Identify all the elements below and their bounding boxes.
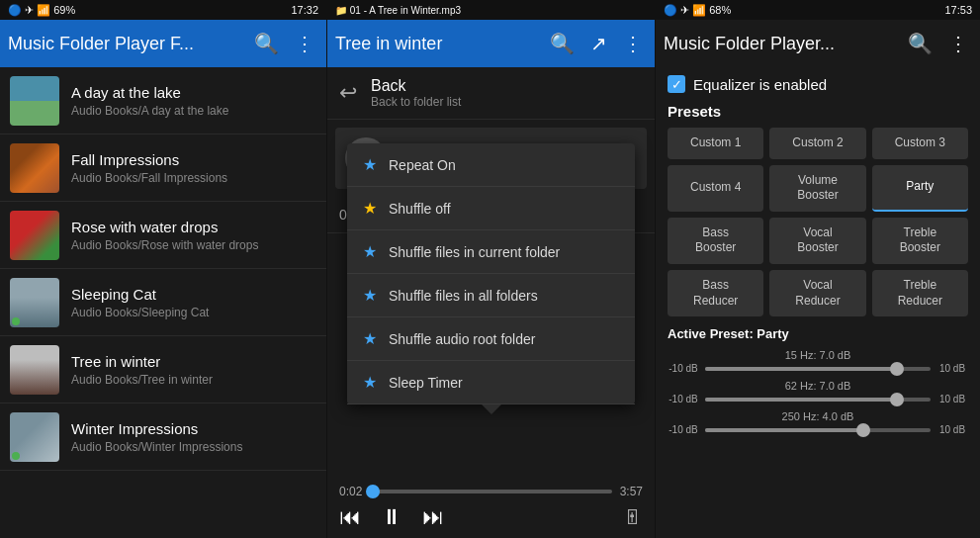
folder-path-tree: Audio Books/Tree in winter: [71, 373, 316, 387]
preset-volume-booster[interactable]: VolumeBooster: [769, 165, 865, 212]
folder-path-lake: Audio Books/A day at the lake: [71, 104, 316, 118]
eq-thumb-15hz: [890, 362, 904, 376]
folder-item-rose[interactable]: Rose with water drops Audio Books/Rose w…: [0, 202, 326, 269]
presets-label: Presets: [668, 103, 968, 120]
panel2-title: Tree in winter: [335, 34, 538, 54]
eq-slider-track-250hz[interactable]: [705, 428, 931, 432]
star-icon-shuffle: ★: [363, 199, 377, 218]
active-preset-text: Active Preset: Party: [668, 326, 968, 341]
preset-custom4[interactable]: Custom 4: [668, 165, 763, 212]
back-arrow-icon: ↩: [339, 80, 357, 106]
folder-name-tree: Tree in winter: [71, 353, 316, 370]
folder-name-winter: Winter Impressions: [71, 420, 316, 437]
folder-path-cat: Audio Books/Sleeping Cat: [71, 306, 316, 319]
eq-checkbox[interactable]: ✓: [668, 75, 685, 93]
folder-info-lake: A day at the lake Audio Books/A day at t…: [71, 84, 316, 118]
dropdown-item-shuffle-root[interactable]: ★ Shuffle audio root folder: [347, 317, 635, 361]
preset-treble-booster[interactable]: TrebleBooster: [872, 218, 968, 264]
panel3-header: Music Folder Player... 🔍 ⋮: [656, 20, 980, 67]
folder-item-fall[interactable]: Fall Impressions Audio Books/Fall Impres…: [0, 134, 326, 202]
status-time-p3: 17:53: [944, 4, 972, 16]
folder-info-cat: Sleeping Cat Audio Books/Sleeping Cat: [71, 286, 316, 319]
preset-custom3[interactable]: Custom 3: [872, 128, 968, 159]
status-file-p2: 📁 01 - A Tree in Winter.mp3: [335, 5, 461, 16]
folder-thumb-tree: [10, 345, 59, 395]
equalizer-icon[interactable]: 🎚: [623, 506, 643, 529]
dropdown-item-sleep-timer[interactable]: ★ Sleep Timer: [347, 361, 635, 404]
dropdown-label-repeat: Repeat On: [389, 157, 456, 173]
eq-slider-track-62hz[interactable]: [705, 398, 931, 402]
preset-custom2[interactable]: Custom 2: [769, 128, 865, 159]
folder-name-lake: A day at the lake: [71, 84, 316, 101]
dropdown-label-shuffle-off: Shuffle off: [389, 201, 451, 217]
preset-bass-reducer[interactable]: BassReducer: [668, 270, 763, 316]
folder-item-tree[interactable]: Tree in winter Audio Books/Tree in winte…: [0, 336, 326, 404]
search-icon-p3[interactable]: 🔍: [904, 28, 936, 59]
time-total: 3:57: [620, 485, 643, 498]
status-time-p1: 17:32: [291, 4, 318, 16]
eq-enabled-label: Equalizer is enabled: [693, 76, 827, 93]
eq-min-db-250hz: -10 dB: [668, 424, 699, 435]
star-icon-shuffle-all: ★: [363, 286, 377, 305]
folder-name-cat: Sleeping Cat: [71, 286, 316, 303]
eq-band-15hz: 15 Hz: 7.0 dB -10 dB 10 dB: [668, 349, 968, 374]
status-left-p1: 🔵 ✈ 📶 69%: [8, 4, 75, 17]
dropdown-item-repeat[interactable]: ★ Repeat On: [347, 143, 635, 187]
prev-button[interactable]: ⏮: [339, 504, 361, 530]
folder-thumb-winter: [10, 412, 59, 462]
dropdown-item-shuffle-current[interactable]: ★ Shuffle files in current folder: [347, 230, 635, 274]
dropdown-label-shuffle-root: Shuffle audio root folder: [389, 331, 535, 347]
back-text-block: Back Back to folder list: [371, 77, 461, 109]
equalizer-panel: 🔵 ✈ 📶 68% 17:53 Music Folder Player... 🔍…: [655, 0, 980, 538]
share-icon-p2[interactable]: ↗: [586, 28, 611, 59]
time-current: 0:02: [339, 485, 362, 498]
preset-vocal-reducer[interactable]: VocalReducer: [769, 270, 865, 316]
eq-enabled-row[interactable]: ✓ Equalizer is enabled: [668, 75, 968, 93]
menu-icon-p1[interactable]: ⋮: [291, 28, 318, 59]
folder-item-cat[interactable]: Sleeping Cat Audio Books/Sleeping Cat: [0, 269, 326, 336]
eq-slider-row-62hz: -10 dB 10 dB: [668, 394, 968, 404]
progress-track[interactable]: [370, 490, 611, 493]
eq-max-db-62hz: 10 dB: [936, 394, 968, 404]
now-playing-panel: 📁 01 - A Tree in Winter.mp3 Tree in wint…: [326, 0, 655, 538]
folder-info-rose: Rose with water drops Audio Books/Rose w…: [71, 219, 316, 252]
preset-bass-booster[interactable]: BassBooster: [668, 218, 763, 264]
dropdown-item-shuffle-off[interactable]: ★ Shuffle off: [347, 187, 635, 230]
folder-path-rose: Audio Books/Rose with water drops: [71, 238, 316, 252]
folder-path-winter: Audio Books/Winter Impressions: [71, 440, 316, 454]
folder-item-lake[interactable]: A day at the lake Audio Books/A day at t…: [0, 67, 326, 134]
status-bar-p1: 🔵 ✈ 📶 69% 17:32: [0, 0, 326, 20]
eq-slider-row-250hz: -10 dB 10 dB: [668, 424, 968, 435]
back-area[interactable]: ↩ Back Back to folder list: [327, 67, 655, 120]
preset-vocal-booster[interactable]: VocalBooster: [769, 218, 865, 264]
status-bar-p3: 🔵 ✈ 📶 68% 17:53: [656, 0, 980, 20]
dropdown-pointer: [482, 404, 501, 414]
preset-custom1[interactable]: Custom 1: [668, 128, 763, 159]
eq-slider-track-15hz[interactable]: [705, 367, 931, 371]
folder-name-fall: Fall Impressions: [71, 151, 316, 168]
star-icon-shuffle-root: ★: [363, 329, 377, 348]
active-dot-cat: [12, 317, 20, 325]
player-controls: 0:02 3:57 ⏮ ⏸ ⏭ 🎚: [327, 477, 655, 538]
folder-item-winter[interactable]: Winter Impressions Audio Books/Winter Im…: [0, 404, 326, 471]
next-button[interactable]: ⏭: [422, 504, 444, 530]
preset-treble-reducer[interactable]: TrebleReducer: [872, 270, 968, 316]
eq-thumb-62hz: [890, 393, 904, 406]
pause-button[interactable]: ⏸: [381, 504, 402, 530]
folder-path-fall: Audio Books/Fall Impressions: [71, 171, 316, 185]
folder-name-rose: Rose with water drops: [71, 219, 316, 235]
preset-grid: Custom 1 Custom 2 Custom 3 Custom 4 Volu…: [668, 128, 968, 316]
eq-band-15hz-label: 15 Hz: 7.0 dB: [668, 349, 968, 361]
preset-party[interactable]: Party: [872, 165, 968, 212]
search-icon-p2[interactable]: 🔍: [546, 28, 579, 59]
status-bar-p2: 📁 01 - A Tree in Winter.mp3: [327, 0, 655, 20]
search-icon-p1[interactable]: 🔍: [250, 28, 283, 59]
menu-icon-p3[interactable]: ⋮: [944, 28, 972, 59]
folder-list: A day at the lake Audio Books/A day at t…: [0, 67, 326, 538]
dropdown-item-shuffle-all[interactable]: ★ Shuffle files in all folders: [347, 274, 635, 317]
eq-content: ✓ Equalizer is enabled Presets Custom 1 …: [656, 67, 980, 538]
star-icon-sleep: ★: [363, 373, 377, 392]
folder-thumb-lake: [10, 76, 59, 126]
menu-icon-p2[interactable]: ⋮: [619, 28, 647, 59]
folder-info-fall: Fall Impressions Audio Books/Fall Impres…: [71, 151, 316, 185]
